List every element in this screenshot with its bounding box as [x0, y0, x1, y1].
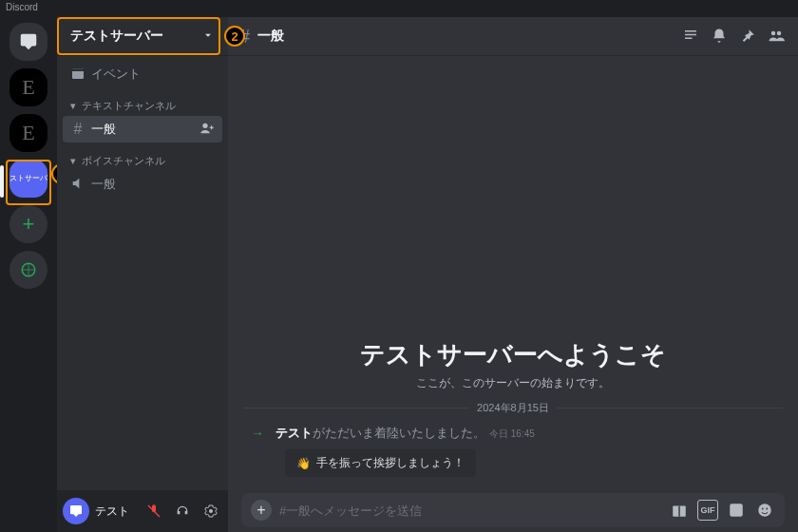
settings-button[interactable] — [200, 500, 222, 522]
channel-label: 一般 — [91, 121, 194, 138]
mute-button[interactable] — [142, 500, 165, 522]
avatar[interactable] — [63, 498, 89, 524]
category-label: ボイスチャンネル — [82, 154, 215, 168]
server-header[interactable]: テストサーバー — [57, 17, 228, 55]
chevron-down-icon: ▾ — [70, 155, 76, 167]
svg-rect-9 — [678, 506, 680, 517]
gif-button[interactable]: GIF — [697, 500, 718, 521]
dm-home-button[interactable] — [10, 23, 48, 61]
guild-icon-placeholder[interactable]: E — [10, 114, 48, 152]
hash-icon: # — [70, 122, 86, 137]
notifications-button[interactable] — [709, 26, 730, 47]
attach-button[interactable]: + — [251, 500, 272, 521]
svg-point-3 — [202, 124, 207, 128]
composer: + GIF — [228, 488, 798, 532]
wave-button[interactable]: 👋 手を振って挨拶しましょう！ — [285, 449, 476, 477]
hash-icon: # — [239, 26, 250, 48]
deafen-button[interactable] — [171, 500, 194, 522]
welcome-block: テストサーバーへようこそ ここが、このサーバーの始まりです。 — [243, 338, 783, 391]
members-button[interactable] — [766, 26, 787, 47]
join-arrow-icon: → — [251, 426, 264, 441]
pinned-button[interactable] — [737, 26, 758, 47]
svg-point-13 — [766, 508, 768, 510]
explore-servers-button[interactable] — [10, 251, 48, 289]
wave-cta: 👋 手を振って挨拶しましょう！ — [285, 449, 783, 477]
sticker-button[interactable] — [726, 500, 747, 521]
message-list[interactable]: テストサーバーへようこそ ここが、このサーバーの始まりです。 2024年8月15… — [228, 55, 798, 488]
welcome-title: テストサーバーへようこそ — [243, 338, 783, 371]
composer-box: + GIF — [241, 493, 785, 527]
voice-channel-general[interactable]: 一般 — [63, 171, 222, 198]
threads-button[interactable] — [680, 26, 701, 47]
wave-emoji-icon: 👋 — [296, 457, 311, 470]
svg-rect-2 — [72, 68, 84, 71]
system-message-text: テストがただいま着陸いたしました。今日 16:45 — [276, 425, 535, 442]
channel-name: 一般 — [257, 28, 284, 45]
svg-point-4 — [209, 509, 213, 513]
svg-point-6 — [777, 31, 782, 36]
server-name: テストサーバー — [70, 28, 163, 45]
sidebar-item-label: イベント — [91, 66, 215, 83]
add-server-button[interactable]: + — [10, 205, 48, 243]
channel-header: # 一般 — [228, 17, 798, 55]
guild-selection-pill — [0, 165, 4, 198]
titlebar: Discord — [0, 0, 798, 17]
guild-rail: E E ストサーバ + 1 — [0, 17, 57, 532]
svg-point-5 — [771, 31, 776, 36]
chat-area: # 一般 テストサーバーへようこそ ここが、こ — [228, 17, 798, 532]
category-label: テキストチャンネル — [82, 99, 215, 113]
guild-icon-placeholder[interactable]: E — [10, 68, 48, 106]
channel-sidebar: テストサーバー 2 イベント ▾ テキストチャンネル — [57, 17, 228, 532]
message-input[interactable] — [279, 504, 661, 518]
emoji-button[interactable] — [754, 500, 775, 521]
welcome-subtitle: ここが、このサーバーの始まりです。 — [243, 375, 783, 391]
user-panel: テスト — [57, 490, 228, 532]
gift-button[interactable] — [669, 500, 690, 521]
chevron-down-icon — [201, 28, 215, 45]
speaker-icon — [70, 176, 86, 194]
svg-point-12 — [762, 508, 764, 510]
guild-icon-selected[interactable]: ストサーバ — [10, 160, 48, 198]
username: テスト — [95, 504, 137, 520]
invite-icon[interactable] — [200, 121, 215, 138]
category-voice-channels[interactable]: ▾ ボイスチャンネル — [63, 150, 222, 171]
category-text-channels[interactable]: ▾ テキストチャンネル — [63, 95, 222, 116]
svg-point-11 — [758, 504, 771, 517]
calendar-icon — [70, 66, 86, 84]
svg-rect-10 — [730, 504, 743, 517]
channel-label: 一般 — [91, 176, 215, 193]
sidebar-item-events[interactable]: イベント — [63, 61, 222, 87]
wave-label: 手を振って挨拶しましょう！ — [316, 455, 465, 471]
chevron-down-icon: ▾ — [70, 100, 76, 112]
date-divider: 2024年8月15日 — [243, 401, 783, 415]
system-message-join: → テストがただいま着陸いたしました。今日 16:45 — [243, 421, 783, 444]
text-channel-general[interactable]: # 一般 — [63, 116, 222, 142]
date-label: 2024年8月15日 — [477, 401, 549, 415]
